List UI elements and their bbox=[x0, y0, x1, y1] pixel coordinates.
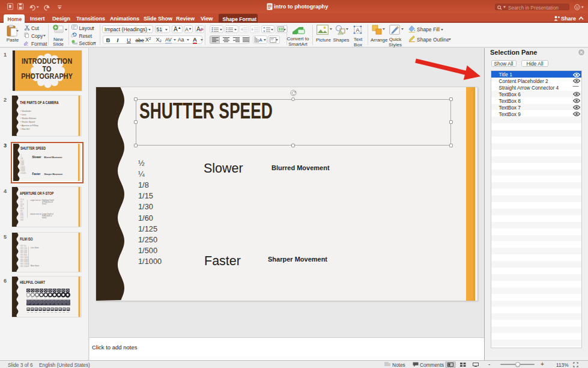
svg-text:ISO: ISO bbox=[31, 311, 33, 313]
svg-text:ISO: ISO bbox=[34, 311, 37, 313]
svg-text:1/128: 1/128 bbox=[55, 303, 58, 304]
svg-text:ISO: ISO bbox=[62, 311, 65, 313]
svg-text:ISO: ISO bbox=[38, 311, 41, 313]
svg-text:f/7: f/7 bbox=[53, 297, 55, 298]
svg-text:A: A bbox=[259, 37, 262, 43]
svg-text:ISO: ISO bbox=[50, 311, 53, 313]
svg-text:f/1: f/1 bbox=[26, 297, 28, 298]
svg-text:1/512: 1/512 bbox=[62, 303, 66, 304]
svg-text:1/1024: 1/1024 bbox=[67, 303, 71, 304]
svg-text:f/3: f/3 bbox=[35, 297, 37, 298]
svg-text:f/5: f/5 bbox=[44, 297, 46, 298]
svg-text:ISO: ISO bbox=[43, 311, 45, 313]
svg-text:1/256: 1/256 bbox=[58, 303, 62, 304]
svg-text:f/2: f/2 bbox=[31, 297, 33, 298]
svg-text:ISO: ISO bbox=[46, 311, 49, 313]
svg-text:A: A bbox=[356, 27, 360, 33]
svg-text:f/4: f/4 bbox=[40, 297, 41, 298]
svg-text:f/6: f/6 bbox=[49, 297, 50, 298]
svg-text:ISO: ISO bbox=[26, 311, 29, 313]
svg-text:ISO: ISO bbox=[58, 311, 61, 313]
svg-text:ISO: ISO bbox=[55, 311, 57, 313]
svg-text:ISO: ISO bbox=[67, 311, 69, 313]
